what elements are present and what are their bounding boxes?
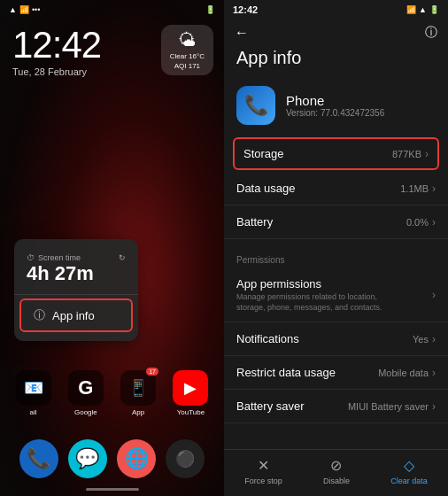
- storage-row[interactable]: Storage 877KB ›: [233, 137, 439, 170]
- battery-row[interactable]: Battery 0.0% ›: [224, 205, 448, 239]
- data-usage-value-group: 1.1MB ›: [400, 182, 436, 195]
- app-icon: 📱: [128, 378, 148, 398]
- signal-icon: 📶: [19, 5, 29, 14]
- app-info-label: App info: [52, 309, 95, 322]
- app-header-info: Phone Version: 77.0.432472356: [286, 93, 384, 118]
- restrict-data-row[interactable]: Restrict data usage Mobile data ›: [224, 356, 448, 390]
- right-status-icons: 📶 ▲ 🔋: [406, 5, 439, 14]
- phone-app-glyph: 📞: [244, 94, 268, 117]
- screen-time-section: ⏱ Screen time ↻ 4h 27m: [14, 248, 138, 291]
- mail-icon-box: 📧: [16, 370, 51, 406]
- data-usage-value: 1.1MB: [400, 183, 429, 194]
- dock-camera[interactable]: ⚫: [166, 439, 205, 478]
- wifi-icon: ▲: [9, 5, 17, 14]
- list-item[interactable]: ▶ YouTube: [173, 370, 208, 416]
- youtube-label: YouTube: [177, 408, 205, 416]
- notifications-label: Notifications: [236, 332, 299, 345]
- storage-chevron: ›: [425, 148, 429, 160]
- force-stop-label: Force stop: [244, 477, 282, 485]
- battery-value: 0.0%: [406, 217, 429, 228]
- clear-data-label: Clear data: [390, 477, 428, 485]
- force-stop-button[interactable]: ✕ Force stop: [244, 457, 282, 485]
- permissions-section-label: Permissions: [224, 246, 448, 268]
- battery-value-group: 0.0% ›: [406, 216, 436, 229]
- restrict-data-label: Restrict data usage: [236, 366, 336, 379]
- context-menu: ⏱ Screen time ↻ 4h 27m ⓘ App info: [14, 239, 138, 341]
- right-signal-icon: 📶: [406, 5, 416, 14]
- disable-button[interactable]: ⊘ Disable: [323, 457, 350, 485]
- phone-app-icon: 📞: [236, 86, 275, 125]
- app-version: Version: 77.0.432472356: [286, 108, 384, 118]
- back-button[interactable]: ←: [235, 25, 249, 41]
- force-stop-icon: ✕: [258, 457, 269, 474]
- dock-messages[interactable]: 💬: [68, 439, 107, 478]
- list-item[interactable]: 📧 ail: [16, 370, 51, 416]
- weather-aqi: AQI 171: [170, 62, 205, 70]
- info-circle-icon: ⓘ: [34, 307, 45, 323]
- weather-widget: 🌤 Clear 16°C AQI 171: [161, 25, 213, 75]
- permissions-subtitle: Manage permissions related to location, …: [236, 292, 382, 313]
- notifications-value: Yes: [413, 334, 429, 345]
- permissions-title: App permissions: [236, 277, 382, 291]
- right-clock: 12:42: [233, 4, 258, 15]
- app-row: 📧 ail G Google 📱 17 App ▶: [7, 370, 217, 416]
- mail-icon: 📧: [24, 378, 43, 398]
- battery-label: Battery: [236, 215, 273, 229]
- youtube-icon: ▶: [184, 378, 197, 398]
- list-item[interactable]: 📱 17 App: [120, 370, 156, 416]
- app-label: App: [132, 408, 144, 416]
- storage-label: Storage: [243, 147, 284, 160]
- phone-icon: 📞: [27, 447, 50, 470]
- left-panel: ▲ 📶 ••• 🔋 12:42 Tue, 28 February 🌤 Clear…: [0, 0, 224, 496]
- screen-time-label: ⏱ Screen time ↻: [27, 253, 126, 262]
- notifications-value-group: Yes ›: [413, 333, 436, 345]
- app-header: 📞 Phone Version: 77.0.432472356: [224, 77, 448, 137]
- battery-saver-chevron: ›: [432, 400, 436, 413]
- restrict-data-value: Mobile data: [378, 368, 429, 378]
- dock-chrome[interactable]: 🌐: [117, 439, 156, 478]
- app-icon-box: 📱 17: [120, 370, 156, 406]
- page-title: App info: [224, 46, 448, 77]
- battery-saver-value-group: MIUI Battery saver ›: [348, 400, 436, 413]
- disable-label: Disable: [323, 477, 350, 485]
- permissions-chevron: ›: [432, 289, 436, 301]
- battery-saver-value: MIUI Battery saver: [348, 401, 429, 412]
- mail-label: ail: [30, 408, 37, 416]
- screen-time-icon: ⏱: [27, 253, 35, 262]
- weather-icon: 🌤: [170, 30, 205, 50]
- bottom-action-bar: ✕ Force stop ⊘ Disable ◇ Clear data: [224, 449, 448, 496]
- dock-phone[interactable]: 📞: [19, 439, 58, 478]
- left-status-bar: ▲ 📶 ••• 🔋: [0, 0, 224, 19]
- restrict-data-chevron: ›: [432, 367, 436, 379]
- battery-chevron: ›: [432, 216, 436, 229]
- refresh-icon: ↻: [119, 253, 126, 262]
- app-badge: 17: [146, 368, 158, 376]
- disable-icon: ⊘: [330, 457, 342, 474]
- youtube-icon-box: ▶: [173, 370, 208, 406]
- context-divider: [14, 294, 138, 295]
- google-label: Google: [74, 408, 97, 416]
- messages-icon: 💬: [75, 447, 99, 470]
- info-button[interactable]: ⓘ: [425, 25, 437, 41]
- right-nav-bar: ← ⓘ: [224, 19, 448, 46]
- right-wifi-icon: ▲: [419, 5, 427, 14]
- battery-saver-row[interactable]: Battery saver MIUI Battery saver ›: [224, 390, 448, 423]
- app-permissions-row[interactable]: App permissions Manage permissions relat…: [224, 268, 448, 322]
- google-icon-box: G: [68, 370, 104, 406]
- data-usage-row[interactable]: Data usage 1.1MB ›: [224, 172, 448, 205]
- clear-data-button[interactable]: ◇ Clear data: [390, 457, 428, 485]
- camera-icon: ⚫: [175, 449, 195, 469]
- restrict-data-value-group: Mobile data ›: [378, 367, 436, 379]
- right-battery-icon: 🔋: [429, 5, 439, 14]
- left-battery-icon: 🔋: [205, 5, 215, 14]
- right-content: App info 📞 Phone Version: 77.0.432472356…: [224, 46, 448, 449]
- home-indicator: [86, 488, 139, 491]
- list-item[interactable]: G Google: [68, 370, 104, 416]
- app-icons-area: 📧 ail G Google 📱 17 App ▶: [0, 370, 224, 425]
- permissions-info: App permissions Manage permissions relat…: [236, 277, 382, 313]
- app-info-menu-item[interactable]: ⓘ App info: [19, 298, 133, 332]
- battery-saver-label: Battery saver: [236, 399, 305, 413]
- notifications-chevron: ›: [432, 333, 436, 345]
- notifications-row[interactable]: Notifications Yes ›: [224, 322, 448, 356]
- weather-condition: Clear 16°C: [170, 52, 205, 60]
